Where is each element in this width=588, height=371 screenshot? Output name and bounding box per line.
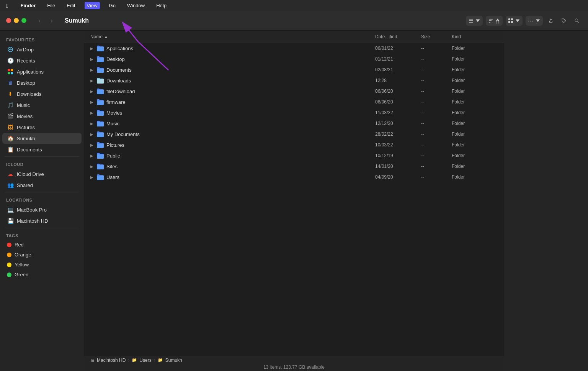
tag-button[interactable] <box>559 16 569 26</box>
file-name: Sites <box>106 164 375 169</box>
sidebar-item-macintoshhd[interactable]: 💾 Macintosh HD <box>2 215 82 226</box>
svg-rect-10 <box>511 21 513 23</box>
share-button[interactable] <box>546 16 556 26</box>
table-row[interactable]: ▶ Public 10/12/19 -- Folder <box>84 150 504 161</box>
sidebar-item-music[interactable]: 🎵 Music <box>2 100 82 110</box>
table-row[interactable]: ▶ Music 12/12/20 -- Folder <box>84 118 504 129</box>
expand-icon[interactable]: ▶ <box>90 46 96 51</box>
file-size: -- <box>421 67 452 72</box>
sidebar-label-sumukh: Sumukh <box>17 136 35 141</box>
file-size: -- <box>421 121 452 126</box>
back-button[interactable]: ‹ <box>34 15 45 26</box>
shared-icon: 👥 <box>7 182 14 189</box>
file-kind: Folder <box>452 46 498 51</box>
sidebar-item-tag-orange[interactable]: Orange <box>2 250 82 259</box>
list-view-button[interactable] <box>466 16 483 26</box>
maximize-button[interactable] <box>21 18 26 23</box>
svg-point-14 <box>575 19 578 22</box>
table-row[interactable]: ▶ My Documents 28/02/22 -- Folder <box>84 129 504 140</box>
menu-go[interactable]: Go <box>107 2 118 9</box>
close-button[interactable] <box>6 18 11 23</box>
table-row[interactable]: ▶ firmware 06/06/20 -- Folder <box>84 97 504 107</box>
breadcrumb-users[interactable]: Users <box>139 358 151 363</box>
file-name: firmware <box>106 99 375 105</box>
column-name-header[interactable]: Name ▲ <box>90 34 375 39</box>
folder-icon <box>96 44 104 52</box>
table-row[interactable]: ▶ Sites 14/01/20 -- Folder <box>84 161 504 172</box>
column-size-header[interactable]: Size <box>421 34 452 39</box>
sidebar-item-macbookpro[interactable]: 💻 MacBook Pro <box>2 204 82 215</box>
sidebar-item-airdrop[interactable]: AirDrop <box>2 44 82 55</box>
table-row[interactable]: ▶ Downloads 12:28 -- Folder <box>84 75 504 86</box>
file-date: 06/06/20 <box>375 89 421 94</box>
folder-icon <box>96 141 104 149</box>
search-button[interactable] <box>572 16 582 26</box>
expand-icon[interactable]: ▶ <box>90 57 96 61</box>
sidebar-item-icloud-drive[interactable]: ☁ iCloud Drive <box>2 169 82 179</box>
table-row[interactable]: ▶ Movies 11/03/22 -- Folder <box>84 107 504 118</box>
expand-icon[interactable]: ▶ <box>90 154 96 158</box>
expand-icon[interactable]: ▶ <box>90 175 96 179</box>
expand-icon[interactable]: ▶ <box>90 111 96 115</box>
file-date: 14/01/20 <box>375 164 421 169</box>
menu-edit[interactable]: Edit <box>64 2 77 9</box>
breadcrumb-sumukh[interactable]: Sumukh <box>165 358 182 363</box>
expand-icon[interactable]: ▶ <box>90 132 96 136</box>
sidebar-item-shared[interactable]: 👥 Shared <box>2 180 82 190</box>
table-row[interactable]: ▶ Users 04/09/20 -- Folder <box>84 172 504 182</box>
expand-icon[interactable]: ▶ <box>90 164 96 169</box>
sidebar-item-desktop[interactable]: 🖥 Desktop <box>2 77 82 88</box>
table-row[interactable]: ▶ Documents 02/08/21 -- Folder <box>84 64 504 75</box>
expand-icon[interactable]: ▶ <box>90 79 96 83</box>
expand-icon[interactable]: ▶ <box>90 68 96 72</box>
sidebar-item-tag-green[interactable]: Green <box>2 270 82 279</box>
menu-window[interactable]: Window <box>125 2 147 9</box>
file-list: ▶ Applications 06/01/22 -- Folder ▶ Desk… <box>84 43 504 356</box>
menu-help[interactable]: Help <box>154 2 169 9</box>
table-row[interactable]: ▶ Desktop 01/12/21 -- Folder <box>84 54 504 64</box>
file-date: 28/02/22 <box>375 131 421 137</box>
macbookpro-icon: 💻 <box>7 206 14 213</box>
expand-icon[interactable]: ▶ <box>90 143 96 147</box>
expand-icon[interactable]: ▶ <box>90 121 96 126</box>
sumukh-icon: 🏠 <box>7 135 14 142</box>
table-row[interactable]: ▶ Applications 06/01/22 -- Folder <box>84 43 504 54</box>
table-row[interactable]: ▶ Pictures 10/03/22 -- Folder <box>84 140 504 150</box>
divider-2 <box>5 192 79 192</box>
sidebar-item-sumukh[interactable]: 🏠 Sumukh <box>2 133 82 144</box>
sidebar-item-pictures[interactable]: 🖼 Pictures <box>2 122 82 133</box>
file-date: 06/06/20 <box>375 99 421 105</box>
file-date: 04/09/20 <box>375 174 421 180</box>
sidebar-item-documents[interactable]: 📋 Documents <box>2 144 82 155</box>
menu-view[interactable]: View <box>85 2 100 9</box>
column-date-header[interactable]: Date...ified <box>375 34 421 39</box>
svg-rect-8 <box>511 18 513 20</box>
sidebar-item-tag-red[interactable]: Red <box>2 240 82 250</box>
sidebar-item-downloads[interactable]: ⬇ Downloads <box>2 89 82 99</box>
grid-view-button[interactable] <box>506 16 523 26</box>
column-headers: Name ▲ Date...ified Size Kind <box>84 31 504 43</box>
file-kind: Folder <box>452 153 498 158</box>
desktop-icon: 🖥 <box>7 79 14 86</box>
folder-icon <box>96 77 104 84</box>
expand-icon[interactable]: ▶ <box>90 100 96 104</box>
more-button[interactable]: ··· <box>526 16 543 26</box>
sidebar-item-movies[interactable]: 🎬 Movies <box>2 111 82 121</box>
sidebar-item-applications[interactable]: Applications <box>2 66 82 77</box>
apple-menu[interactable]:  <box>4 2 10 10</box>
file-size: -- <box>421 78 452 83</box>
forward-button[interactable]: › <box>46 15 57 26</box>
menu-finder[interactable]: Finder <box>18 2 38 9</box>
sidebar-item-recents[interactable]: 🕐 Recents <box>2 55 82 66</box>
menu-file[interactable]: File <box>45 2 57 9</box>
table-row[interactable]: ▶ fileDownload 06/06/20 -- Folder <box>84 86 504 97</box>
icloud-icon: ☁ <box>7 171 14 177</box>
file-date: 10/12/19 <box>375 153 421 158</box>
breadcrumb-macintoshhd[interactable]: Macintosh HD <box>97 358 126 363</box>
sort-button[interactable] <box>486 16 503 26</box>
sidebar-item-tag-yellow[interactable]: Yellow <box>2 260 82 269</box>
expand-icon[interactable]: ▶ <box>90 89 96 94</box>
column-kind-header[interactable]: Kind <box>452 34 498 39</box>
file-date: 12/12/20 <box>375 121 421 126</box>
minimize-button[interactable] <box>14 18 19 23</box>
